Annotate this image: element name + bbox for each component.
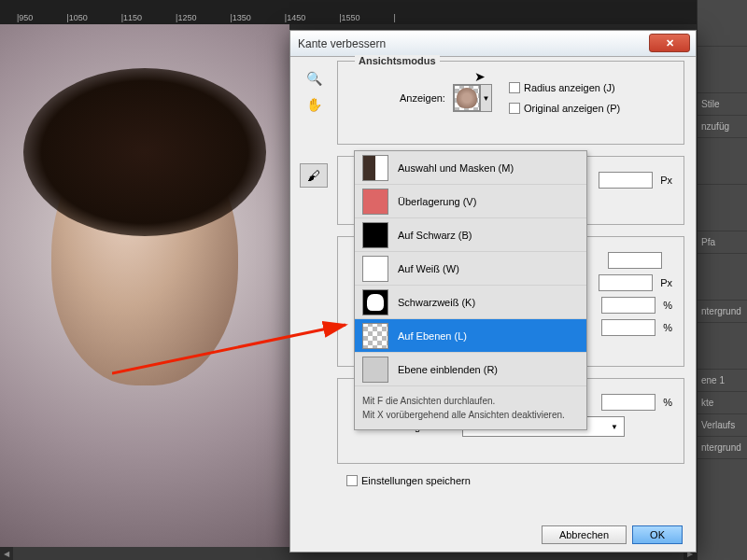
close-button[interactable]: ✕ <box>649 34 690 52</box>
view-mode-thumb <box>454 85 480 111</box>
smooth-field[interactable] <box>608 252 662 269</box>
view-option-on-layers[interactable]: Auf Ebenen (L) <box>355 319 586 353</box>
anzeigen-label: Anzeigen: <box>400 92 445 104</box>
color-panel-stub <box>698 0 747 47</box>
chevron-down-icon: ▼ <box>480 85 491 111</box>
radius-checkbox[interactable]: Radius anzeigen (J) <box>509 82 620 93</box>
view-mode-menu: Auswahl und Masken (M) Überlagerung (V) … <box>354 150 587 430</box>
view-menu-hint: Mit F die Ansichten durchlaufen. Mit X v… <box>355 386 586 429</box>
styles-tab[interactable]: Stile <box>698 93 747 116</box>
svg-line-0 <box>112 325 345 373</box>
feather-field[interactable] <box>599 274 653 291</box>
scroll-left-icon[interactable]: ◀ <box>0 547 13 560</box>
decontaminate-amount-field[interactable] <box>601 394 655 411</box>
layer-background-2[interactable]: ntergrund <box>698 437 747 459</box>
chevron-down-icon: ▼ <box>611 423 618 431</box>
ok-button[interactable]: OK <box>632 525 683 544</box>
annotation-arrow-icon <box>112 319 355 375</box>
add-button-stub[interactable]: nzufüg <box>698 116 747 138</box>
view-option-black-white[interactable]: Schwarzweiß (K) <box>355 286 586 319</box>
layers-thumbs-stub <box>698 185 747 231</box>
layer-background[interactable]: ntergrund <box>698 301 747 323</box>
adjustments-icons-stub <box>698 138 747 185</box>
dialog-titlebar[interactable]: Kante verbessern ✕ <box>290 31 696 57</box>
view-option-on-white[interactable]: Auf Weiß (W) <box>355 252 586 286</box>
effects-label: kte <box>698 392 747 414</box>
remember-settings-checkbox[interactable]: Einstellungen speichern <box>346 475 471 486</box>
paths-tab[interactable]: Pfa <box>698 231 747 254</box>
view-mode-dropdown[interactable]: ▼ <box>453 84 492 112</box>
canvas-ruler: |950|1050|1150|1250|1350|1450|1550| <box>0 0 747 24</box>
refine-edge-dialog: Kante verbessern ✕ Ansichtsmodus ➤ Anzei… <box>289 30 697 553</box>
cursor-icon: ➤ <box>474 69 486 84</box>
contrast-field[interactable] <box>601 297 655 314</box>
document-canvas <box>0 24 289 560</box>
hand-tool-button[interactable] <box>300 92 328 117</box>
layer-ebene1[interactable]: ene 1 <box>698 370 747 392</box>
cancel-button[interactable]: Abbrechen <box>542 525 627 544</box>
refine-radius-brush-button[interactable] <box>300 163 328 188</box>
view-mode-legend: Ansichtsmodus <box>355 55 440 66</box>
view-option-reveal-layer[interactable]: Ebene einblenden (R) <box>355 353 586 386</box>
view-mode-fieldset: Ansichtsmodus ➤ Anzeigen: ▼ Radius anzei… <box>337 61 684 145</box>
shift-edge-field[interactable] <box>601 319 655 336</box>
gradient-overlay-label: Verlaufs <box>698 414 747 437</box>
radius-field[interactable] <box>599 172 653 189</box>
dialog-title: Kante verbessern <box>298 37 386 50</box>
dialog-tool-column <box>300 66 331 189</box>
panels-dock: Stile nzufüg Pfa ntergrund ene 1 kte Ver… <box>697 0 747 560</box>
zoom-tool-button[interactable] <box>300 66 328 91</box>
original-checkbox[interactable]: Original anzeigen (P) <box>509 103 620 114</box>
view-option-overlay[interactable]: Überlagerung (V) <box>355 185 586 218</box>
view-option-on-black[interactable]: Auf Schwarz (B) <box>355 218 586 252</box>
layer-fx-stub <box>698 254 747 301</box>
view-option-mask[interactable]: Auswahl und Masken (M) <box>355 151 586 185</box>
swatches-panel-stub <box>698 47 747 93</box>
close-icon: ✕ <box>666 37 674 49</box>
